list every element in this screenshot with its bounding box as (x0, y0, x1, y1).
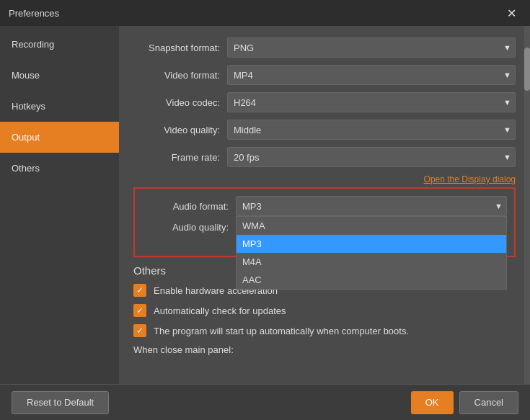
footer-right: OK Cancel (411, 391, 518, 414)
sidebar-item-output[interactable]: Output (0, 122, 119, 153)
ok-button[interactable]: OK (411, 391, 454, 414)
video-format-label: Video format: (133, 70, 227, 81)
audio-option-wma[interactable]: WMA (237, 217, 506, 235)
preferences-dialog: Preferences ✕ Recording Mouse Hotkeys Ou… (0, 0, 530, 420)
audio-option-mp3[interactable]: MP3 (237, 235, 506, 253)
audio-format-dropdown: WMA MP3 M4A AAC (236, 216, 507, 290)
audio-format-select[interactable]: MP3 (236, 196, 507, 216)
video-codec-select[interactable]: H264 (227, 92, 516, 112)
frame-rate-row: Frame rate: 20 fps ▼ (133, 147, 516, 167)
video-format-select[interactable]: MP4 (227, 65, 516, 85)
content-area: Snapshot format: PNG ▼ Video format: MP4… (119, 26, 530, 384)
sidebar-item-hotkeys[interactable]: Hotkeys (0, 91, 119, 122)
audio-option-m4a[interactable]: M4A (237, 253, 506, 271)
scrollbar-thumb[interactable] (524, 48, 530, 91)
audio-quality-label: Audio quality: (142, 222, 236, 233)
reset-button[interactable]: Reset to Default (12, 391, 109, 414)
video-format-select-wrapper: MP4 ▼ (227, 65, 516, 85)
video-codec-label: Video codec: (133, 97, 227, 108)
frame-rate-label: Frame rate: (133, 152, 227, 163)
snapshot-format-label: Snapshot format: (133, 43, 227, 53)
sidebar-item-recording[interactable]: Recording (0, 29, 119, 60)
audio-format-select-wrapper: MP3 ▼ WMA MP3 M4A AAC (236, 196, 507, 216)
video-quality-select-wrapper: Middle ▼ (227, 120, 516, 140)
cancel-button[interactable]: Cancel (459, 391, 518, 414)
snapshot-format-select-wrapper: PNG ▼ (227, 37, 516, 58)
video-format-row: Video format: MP4 ▼ (133, 65, 516, 85)
frame-rate-select[interactable]: 20 fps (227, 147, 516, 167)
sidebar: Recording Mouse Hotkeys Output Others (0, 26, 119, 384)
frame-rate-select-wrapper: 20 fps ▼ (227, 147, 516, 167)
hardware-acceleration-checkbox[interactable]: ✓ (133, 284, 146, 297)
video-codec-select-wrapper: H264 ▼ (227, 92, 516, 112)
sidebar-item-others[interactable]: Others (0, 153, 119, 184)
auto-updates-label: Automatically check for updates (154, 305, 286, 316)
audio-format-label: Audio format: (142, 201, 236, 212)
open-display-dialog-link[interactable]: Open the Display dialog (133, 174, 516, 184)
video-quality-select[interactable]: Middle (227, 120, 516, 140)
title-bar: Preferences ✕ (0, 0, 530, 26)
audio-section: Audio format: MP3 ▼ WMA MP3 M4A AAC (133, 187, 516, 257)
close-button[interactable]: ✕ (501, 3, 521, 23)
autostart-label: The program will start up automatically … (154, 326, 409, 336)
dialog-title: Preferences (9, 8, 59, 19)
snapshot-format-select[interactable]: PNG (227, 37, 516, 58)
snapshot-format-row: Snapshot format: PNG ▼ (133, 37, 516, 58)
auto-updates-checkbox[interactable]: ✓ (133, 304, 146, 317)
audio-option-aac[interactable]: AAC (237, 271, 506, 289)
autostart-row: ✓ The program will start up automaticall… (133, 324, 516, 337)
sidebar-item-mouse[interactable]: Mouse (0, 60, 119, 91)
main-content: Recording Mouse Hotkeys Output Others Sn… (0, 26, 530, 384)
autostart-checkbox[interactable]: ✓ (133, 324, 146, 337)
auto-updates-row: ✓ Automatically check for updates (133, 304, 516, 317)
video-codec-row: Video codec: H264 ▼ (133, 92, 516, 112)
scrollbar[interactable] (524, 26, 530, 384)
when-close-label: When close main panel: (133, 344, 516, 355)
video-quality-row: Video quality: Middle ▼ (133, 120, 516, 140)
audio-format-row: Audio format: MP3 ▼ WMA MP3 M4A AAC (142, 196, 507, 216)
footer: Reset to Default OK Cancel (0, 384, 530, 420)
video-quality-label: Video quality: (133, 125, 227, 135)
